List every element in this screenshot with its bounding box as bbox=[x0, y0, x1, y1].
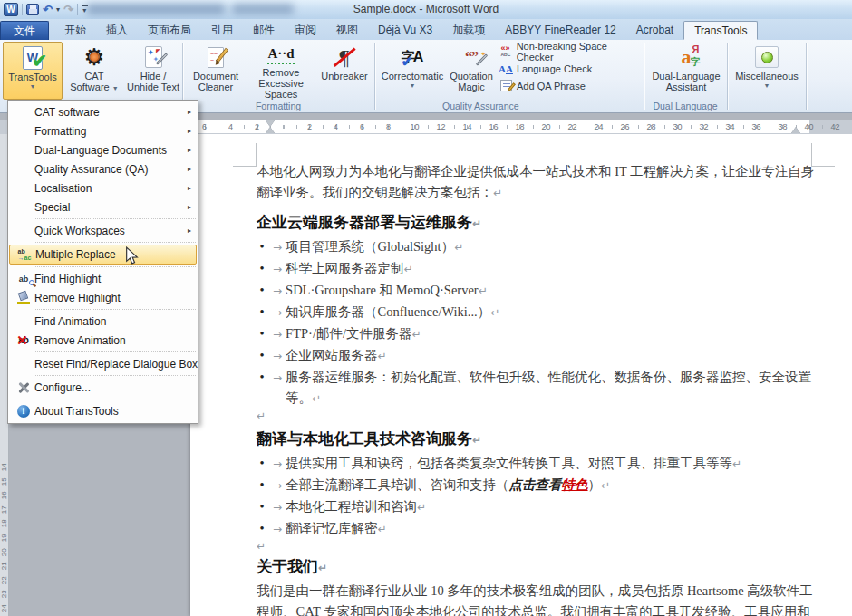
dual-language-icon: aЯ字 bbox=[682, 47, 692, 67]
chevron-down-icon: ▼ bbox=[30, 83, 36, 90]
section3-heading: 关于我们↵ bbox=[257, 556, 815, 579]
first-line-indent-marker[interactable] bbox=[266, 120, 275, 127]
mouse-cursor bbox=[125, 246, 139, 269]
info-icon: i bbox=[17, 405, 30, 418]
menu-item-reset-find-replace[interactable]: Reset Find/Replace Dialogue Box bbox=[8, 354, 198, 373]
tab-file[interactable]: 文件 bbox=[0, 21, 49, 40]
angle-quotes-abc-icon: «»ABC bbox=[500, 45, 510, 58]
cat-software-button[interactable]: ⚙ CAT Software ▼ bbox=[65, 42, 123, 100]
add-qa-phrase-button[interactable]: Add QA Phrase bbox=[499, 77, 586, 94]
menu-item-find-highlight[interactable]: ab Find Highlight bbox=[8, 269, 198, 288]
vertical-ruler-numbers: 141516 171819 202122 2324 bbox=[0, 460, 9, 616]
chevron-down-icon: ▼ bbox=[410, 82, 416, 89]
group-label-dual-language: Dual Language bbox=[644, 101, 726, 111]
menu-separator bbox=[35, 242, 196, 243]
notepad-pencil-icon bbox=[500, 80, 512, 91]
title-bar: W ↶ ▾ ↷ ▾ Sample.docx - Microsoft Word bbox=[0, 0, 852, 19]
menu-item-localisation[interactable]: Localisation▸ bbox=[8, 178, 198, 197]
menu-item-quick-workspaces[interactable]: Quick Workspaces▸ bbox=[8, 221, 198, 240]
quotes-wand-icon: “”✦ bbox=[465, 49, 478, 65]
tab-page-layout[interactable]: 页面布局 bbox=[138, 21, 201, 40]
document-page[interactable]: 本地化人网致力为本地化与翻译企业提供低成本一站式技术和 IT 工程解决方案，让企… bbox=[190, 134, 852, 616]
menu-item-multiple-replace[interactable]: ab→ac Multiple Replace bbox=[9, 245, 197, 265]
document-cleaner-button[interactable]: ~~~ Document Cleaner bbox=[187, 42, 245, 100]
language-check-button[interactable]: AA Language Check bbox=[499, 60, 592, 77]
green-orb-icon bbox=[755, 46, 779, 68]
menu-item-find-animation[interactable]: Find Animation bbox=[8, 312, 198, 331]
menu-item-cat-software[interactable]: CAT software▸ bbox=[8, 102, 198, 121]
remove-excessive-spaces-button[interactable]: A··d Remove Excessive Spaces bbox=[245, 42, 317, 100]
submenu-arrow-icon: ▸ bbox=[188, 146, 191, 154]
tab-review[interactable]: 审阅 bbox=[285, 21, 326, 40]
tab-view[interactable]: 视图 bbox=[326, 21, 368, 40]
list-item: •→ 服务器运维服务：初始化配置、软件包升级、性能优化、数据备份、服务器监控、安… bbox=[257, 367, 815, 409]
submenu-arrow-icon: ▸ bbox=[188, 165, 191, 173]
ribbon-group-dual-language: aЯ字 Dual-Language Assistant Dual Languag… bbox=[644, 40, 728, 112]
menu-item-remove-animation[interactable]: ab✕ Remove Animation bbox=[8, 331, 198, 350]
nonbreaking-space-checker-button[interactable]: «»ABC Non-breaking Space Checker bbox=[499, 43, 644, 60]
menu-item-dual-language-documents[interactable]: Dual-Language Documents▸ bbox=[8, 140, 198, 159]
multiple-replace-icon: ab→ac bbox=[18, 248, 32, 261]
group-label-quality-assurance: Quality Assurance bbox=[375, 101, 643, 111]
tab-dejavu-x3[interactable]: Déjà Vu X3 bbox=[368, 21, 442, 40]
transtools-menu-button[interactable]: W✔ TransTools ▼ bbox=[3, 42, 63, 100]
group-label-formatting: Formatting bbox=[183, 101, 373, 111]
chevron-down-icon: ▼ bbox=[764, 82, 770, 89]
tab-home[interactable]: 开始 bbox=[54, 21, 96, 40]
menu-item-configure[interactable]: Configure... bbox=[8, 378, 198, 397]
menu-item-special[interactable]: Special▸ bbox=[8, 197, 198, 217]
menu-item-formatting[interactable]: Formatting▸ bbox=[8, 121, 198, 140]
zi-a-check-icon: 字A✔ bbox=[402, 49, 424, 66]
tab-add-ins[interactable]: 加载项 bbox=[442, 21, 495, 40]
menu-separator bbox=[35, 351, 196, 352]
tools-icon bbox=[17, 381, 30, 394]
list-item: •→ 本地化工程培训和咨询↵ bbox=[257, 496, 815, 518]
ribbon-tab-row: 文件 开始 插入 页面布局 引用 邮件 审阅 视图 Déjà Vu X3 加载项… bbox=[0, 19, 852, 40]
dual-language-assistant-button[interactable]: aЯ字 Dual-Language Assistant bbox=[646, 42, 726, 100]
chevron-down-icon: ▼ bbox=[112, 85, 119, 91]
red-link-text[interactable]: 特色 bbox=[562, 477, 588, 492]
list-item: •→ 科学上网服务器定制↵ bbox=[257, 258, 815, 280]
bold-italic-text: 点击查看 bbox=[509, 477, 562, 492]
double-a-icon: AA bbox=[499, 63, 513, 74]
list-item: •→ SDL·Groupshare 和 MemoQ·Server↵ bbox=[257, 280, 815, 302]
section2-heading: 翻译与本地化工具技术咨询服务↵ bbox=[257, 428, 815, 451]
menu-separator bbox=[35, 266, 196, 267]
menu-separator bbox=[35, 375, 196, 376]
hide-unhide-text-button[interactable]: ✦✦◤ Hide / Unhide Text bbox=[125, 42, 181, 100]
menu-item-quality-assurance[interactable]: Quality Assurance (QA)▸ bbox=[8, 159, 198, 178]
transtools-icon: W✔ bbox=[23, 46, 43, 70]
unbreaker-button[interactable]: ¶ Unbreaker bbox=[317, 42, 372, 100]
menu-item-remove-highlight[interactable]: Remove Highlight bbox=[8, 288, 198, 307]
quotation-magic-button[interactable]: “”✦ Quotation Magic bbox=[446, 42, 497, 100]
ruler-numbers: 642 24 6810 121416 182022 242628 303234 … bbox=[191, 120, 848, 133]
tab-transtools[interactable]: TransTools bbox=[683, 21, 758, 40]
list-item: •→ 知识库服务器（Confluence/Wiki...）↵ bbox=[257, 302, 815, 323]
gear-globe-icon: ⚙ bbox=[83, 45, 104, 69]
section1-heading: 企业云端服务器部署与运维服务↵ bbox=[257, 212, 815, 235]
right-indent-marker[interactable] bbox=[791, 127, 800, 133]
list-item: •→ 全部主流翻译工具培训、咨询和支持（点击查看特色）↵ bbox=[257, 475, 815, 496]
tab-mailings[interactable]: 邮件 bbox=[243, 21, 285, 40]
hanging-indent-marker[interactable] bbox=[266, 127, 275, 133]
submenu-arrow-icon: ▸ bbox=[188, 203, 191, 211]
find-highlight-icon: ab bbox=[19, 274, 29, 284]
ribbon-group-miscellaneous: Miscellaneous ▼ bbox=[728, 40, 807, 112]
menu-item-about-transtools[interactable]: i About TransTools bbox=[8, 401, 198, 420]
crossed-pilcrow-icon: ¶ bbox=[340, 45, 350, 70]
correctomatic-button[interactable]: 字A✔ Correctomatic ▼ bbox=[379, 42, 446, 100]
word-window: W ↶ ▾ ↷ ▾ Sample.docx - Microsoft Word 文… bbox=[0, 0, 852, 616]
ribbon-group-formatting: ~~~ Document Cleaner A··d Remove Excessi… bbox=[183, 40, 375, 112]
tab-acrobat[interactable]: Acrobat bbox=[626, 21, 683, 40]
tab-insert[interactable]: 插入 bbox=[96, 21, 138, 40]
tab-references[interactable]: 引用 bbox=[201, 21, 243, 40]
tab-abbyy-finereader[interactable]: ABBYY FineReader 12 bbox=[495, 21, 626, 40]
list-item: •→ 项目管理系统（GlobalSight）↵ bbox=[257, 236, 815, 258]
document-text[interactable]: 本地化人网致力为本地化与翻译企业提供低成本一站式技术和 IT 工程解决方案，让企… bbox=[257, 161, 815, 616]
ribbon-group-quality-assurance: 字A✔ Correctomatic ▼ “”✦ Quotation Magic … bbox=[375, 40, 644, 112]
list-item: •→ 翻译记忆库解密↵ bbox=[257, 518, 815, 540]
about-paragraph: 我们是由一群在翻译行业从业 10 多年的技术极客组成的团队，成员包括原 Hear… bbox=[257, 581, 815, 616]
window-title: Sample.docx - Microsoft Word bbox=[0, 3, 852, 15]
miscellaneous-button[interactable]: Miscellaneous ▼ bbox=[731, 42, 803, 100]
empty-paragraph: ↵ bbox=[257, 409, 815, 420]
